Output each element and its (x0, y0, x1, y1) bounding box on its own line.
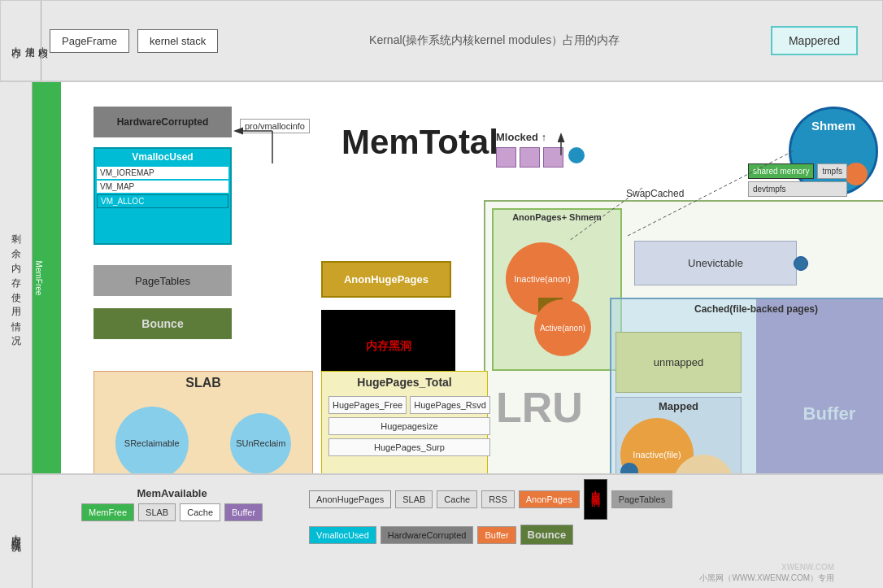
vmalloc-used-title: VmallocUsed (95, 149, 230, 165)
memfree-label: MemFree (34, 260, 43, 295)
watermark2: XWENW.COM (781, 563, 834, 572)
mlocked-label: Mlocked ↑ (496, 131, 594, 143)
sum-slab: SLAB (395, 490, 433, 508)
tmpfs-box: tmpfs (817, 163, 846, 179)
unevictable-box: Unevictable (634, 241, 797, 285)
bottom-section: 内存汇总情况 MemAvailable MemFree SLAB Cache (0, 474, 883, 588)
swap-cached-label: SwapCached (626, 188, 684, 199)
sum-vmalloc: VmallocUsed (309, 526, 376, 544)
slab-section: SLAB SReclaimable SUnReclaim (94, 371, 313, 474)
unevictable-circle (794, 256, 808, 271)
sum-hwcorrupted: HardwareCorrupted (381, 526, 474, 544)
memfree-bar: MemFree (33, 82, 61, 473)
shmem-sub-area: shared memory tmpfs devtmpfs (748, 163, 847, 197)
sum-anonpages: AnonPages (519, 490, 580, 508)
hugepagesize: Hugepagesize (328, 417, 490, 435)
legend-boxes: MemFree SLAB Cache Buffer (81, 503, 263, 521)
bottom-left-label: 内存汇总情况 (0, 475, 33, 588)
summary-row-2: VmallocUsed HardwareCorrupted Buffer Bou… (309, 525, 672, 545)
vm-alloc: VM_ALLOC (97, 194, 228, 208)
hugepages-section: HugePages_Total HugePages_Free HugePages… (321, 371, 488, 474)
sum-blackbox: 内 存 黑 洞 (584, 479, 607, 520)
hugepages-rsvd: HugePages_Rsvd (410, 396, 490, 414)
legend-cache: Cache (180, 503, 220, 521)
sum-cache: Cache (437, 490, 477, 508)
cached-title: Cached(file-backed pages) (611, 299, 883, 319)
hugepages-title: HugePages_Total (322, 372, 487, 393)
sum-rss: RSS (481, 490, 515, 508)
hw-corrupted-box: HardwareCorrupted (94, 107, 232, 137)
lru-label: LRU (496, 383, 583, 432)
middle-left-label: 剩 余 内 存 使 用 情 况 (0, 82, 33, 473)
kernel-section: 内核 使用 内存 PageFrame kernel stack Kernal(操… (0, 0, 883, 81)
mlocked-box-1 (496, 147, 516, 168)
kernel-stack-box: kernel stack (137, 29, 218, 53)
slab-title: SLAB (94, 372, 312, 394)
bottom-summary: AnonHugePages SLAB Cache RSS AnonPages (309, 479, 672, 545)
anon-huge-pages-box: AnonHugePages (321, 261, 451, 298)
shmem-inner-circle (845, 163, 868, 185)
kernel-boxes: PageFrame kernel stack Kernal(操作系统内核kern… (50, 26, 874, 55)
vm-map: VM_MAP (97, 181, 228, 193)
bottom-content: MemAvailable MemFree SLAB Cache Buffer (33, 475, 883, 588)
main-content: MemFree HardwareCorrupted pro/vmallocinf… (33, 82, 883, 473)
slab-circles: SReclaimable SUnReclaim (94, 394, 312, 474)
mlocked-circle (568, 147, 585, 163)
active-anon-circle: Active(anon) (534, 299, 591, 356)
cached-area: Cached(file-backed pages) unmapped Mappe… (610, 298, 883, 474)
memavailable-title: MemAvailable (81, 487, 263, 499)
sum-anon-huge: AnonHugePages (309, 490, 391, 508)
mlocked-box-3 (543, 147, 563, 168)
hugepages-grid: HugePages_Free HugePages_Rsvd Hugepagesi… (322, 393, 487, 460)
sum-buffer2: Buffer (477, 526, 515, 544)
page-frame-box: PageFrame (50, 29, 129, 53)
main-container: 内核 使用 内存 PageFrame kernel stack Kernal(操… (0, 0, 883, 588)
legend-memfree: MemFree (81, 503, 134, 521)
legend-buffer: Buffer (224, 503, 263, 521)
anonpages-title: AnonPages+ Shmem (494, 210, 620, 224)
memavailable-legend: MemAvailable MemFree SLAB Cache Buffer (81, 487, 263, 521)
sum-pagetables: PageTables (611, 490, 673, 508)
bounce-box: Bounce (94, 308, 232, 339)
mapped-box: Mapped Inactive(file) Active(file) (615, 397, 742, 474)
kernel-label: 内核 使用 内存 (9, 1, 41, 81)
vmalloc-info-label: pro/vmallocinfo (240, 119, 310, 133)
kernel-center-text: Kernal(操作系统内核kernel modules）占用的内存 (226, 33, 763, 48)
middle-section: 剩 余 内 存 使 用 情 况 MemFree HardwareCorrupte… (0, 81, 883, 474)
mapped-title: Mapped (616, 398, 741, 415)
vm-ioremap: VM_IOREMAP (97, 167, 228, 179)
mem-total-label: MemTotal (341, 123, 498, 162)
mlocked-boxes (496, 147, 594, 168)
mlocked-box-2 (520, 147, 540, 168)
vmalloc-used-box: VmallocUsed VM_IOREMAP VM_MAP VM_ALLOC (94, 147, 232, 245)
sum-bounce: Bounce (520, 525, 574, 545)
anonpages-shmem-area: AnonPages+ Shmem Inactive(anon) Active(a… (492, 208, 622, 371)
hugepages-surp: HugePages_Surp (328, 438, 490, 456)
unmapped-box: unmapped (615, 332, 742, 393)
mappered-box: Mappered (771, 26, 858, 55)
hugepages-free: HugePages_Free (328, 396, 407, 414)
sunreclaim-circle: SUnReclaim (230, 413, 291, 474)
shared-memory-box: shared memory (748, 163, 814, 179)
summary-row-1: AnonHugePages SLAB Cache RSS AnonPages (309, 479, 672, 520)
watermark: 小黑网（WWW.XWENW.COM）专用 (699, 573, 834, 584)
mlocked-area: Mlocked ↑ (496, 131, 594, 196)
sreclaimable-circle: SReclaimable (115, 407, 189, 474)
page-tables-box: PageTables (94, 265, 232, 296)
legend-slab: SLAB (138, 503, 176, 521)
devtmpfs-box: devtmpfs (748, 181, 847, 197)
